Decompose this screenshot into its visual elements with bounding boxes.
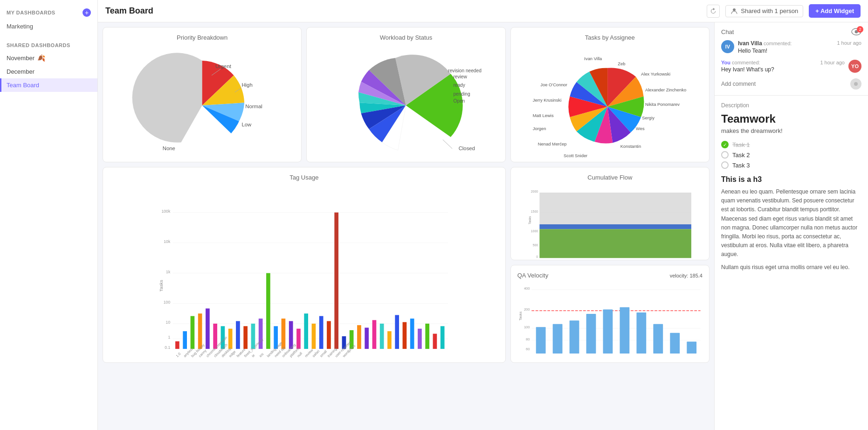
description-para1: Aenean eu leo quam. Pellentesque ornare … [721, 187, 861, 259]
svg-text:60: 60 [526, 347, 530, 351]
my-dashboards-label: MY DASHBOARDS [7, 10, 55, 15]
svg-text:2000: 2000 [531, 190, 538, 193]
sidebar-item-december[interactable]: December [0, 65, 97, 78]
svg-rect-95 [586, 314, 596, 354]
qa-velocity-value: velocity: 185.4 [670, 273, 703, 278]
task2-check[interactable] [721, 151, 729, 159]
refresh-button[interactable] [707, 5, 720, 18]
pending-label: pending [454, 91, 470, 97]
ivan-meta: Ivan Villa commented: 1 hour ago [738, 40, 861, 47]
svg-rect-98 [636, 312, 646, 354]
add-widget-label: + Add Widget [815, 7, 854, 14]
description-h3: This is a h3 [721, 175, 861, 184]
right-panel: Chat 2 IV Ivan Villa commented: [714, 22, 868, 430]
alex-label: Alex Yurkowski [641, 71, 670, 76]
svg-point-0 [733, 8, 736, 11]
chat-title: Chat [721, 28, 734, 35]
svg-text:200: 200 [524, 307, 530, 312]
chat-input[interactable] [721, 81, 847, 87]
svg-text:500: 500 [532, 243, 538, 247]
bar-2 [183, 331, 187, 349]
urgent-label: Urgent [215, 63, 232, 69]
workload-title: Workload by Status [313, 34, 498, 41]
page-title: Team Board [105, 6, 701, 16]
sidebar-item-marketing[interactable]: Marketing [0, 20, 97, 33]
svg-rect-20 [357, 325, 361, 349]
description-para2: Nullam quis risus eget urna mollis ornar… [721, 263, 861, 272]
add-widget-button[interactable]: + Add Widget [809, 4, 861, 18]
bar-19 [312, 324, 316, 349]
task1-check[interactable]: ✓ [721, 141, 729, 148]
svg-text:0.1: 0.1 [165, 345, 170, 350]
svg-text:10: 10 [166, 320, 171, 325]
bar-5 [206, 308, 210, 349]
sidebar-item-team-board[interactable]: Team Board [0, 78, 97, 92]
description-label: Description [721, 102, 861, 109]
task-item-2: Task 2 [721, 151, 861, 159]
svg-rect-96 [603, 309, 613, 354]
svg-rect-21 [365, 328, 369, 349]
svg-text:3. Jan: 3. Jan [652, 260, 660, 260]
assignee-title: Tasks by Assignee [517, 34, 703, 41]
ivan-name: Ivan Villa [738, 40, 762, 47]
priority-breakdown-widget: Priority Breakdown Urgent High Normal [103, 27, 302, 162]
normal-label: Normal [245, 104, 262, 109]
content-area: Priority Breakdown Urgent High Normal [98, 22, 868, 430]
joe-label: Joe O'Connor [540, 82, 567, 87]
you-action: commented: [732, 60, 760, 65]
tag-title: Tag Usage [110, 174, 499, 181]
review-label: review [454, 74, 468, 79]
svg-text:small: small [319, 349, 328, 358]
none-label: None [163, 146, 175, 151]
add-dashboard-button[interactable]: + [83, 8, 91, 17]
bar-9 [236, 321, 240, 349]
ivan-action: commented: [764, 41, 792, 46]
chat-input-row [721, 78, 861, 90]
send-button[interactable] [850, 78, 861, 90]
chat-section: Chat 2 IV Ivan Villa commented: [715, 22, 868, 96]
shared-button[interactable]: Shared with 1 person [725, 5, 803, 17]
svg-text:26.: 26. [581, 260, 586, 260]
svg-rect-93 [552, 324, 562, 354]
ivan-time: 1 hour ago [837, 40, 861, 47]
wes-label: Wes [636, 126, 645, 131]
jorgen-label: Jorgen [532, 126, 546, 131]
ivan-label: Ivan Villa [584, 56, 602, 61]
svg-rect-29 [425, 324, 429, 349]
konstantin-label: Konstantin [620, 144, 641, 149]
you-text: Hey Ivan! What's up? [721, 66, 845, 73]
svg-text:7. Jan: 7. Jan [677, 260, 686, 260]
you-meta: You commented: 1 hour ago [721, 60, 845, 65]
sidebar-item-november[interactable]: November 🍂 [0, 51, 97, 65]
scott-label: Scott Snider [564, 153, 587, 158]
priority-chart: Urgent High Normal Low None [110, 45, 295, 162]
svg-rect-101 [687, 342, 696, 354]
you-avatar: YO [848, 60, 861, 73]
eye-badge[interactable]: 2 [851, 28, 861, 35]
tag-usage-widget: Tag Usage 100k 10k 1k 100 10 1 0.1 Tasks [103, 167, 506, 363]
svg-rect-100 [670, 333, 680, 354]
svg-rect-25 [395, 315, 399, 349]
bar-20 [319, 316, 324, 349]
user-icon [730, 7, 738, 15]
jerry-label: Jerry Krusinski [532, 97, 561, 103]
workload-chart: revision needed review ready pending Ope… [313, 45, 498, 162]
svg-point-104 [854, 82, 858, 86]
task2-label: Task 2 [732, 152, 750, 159]
qa-chart: 400 200 100 80 60 Tasks [517, 281, 703, 360]
sidebar-team-board-label: Team Board [7, 82, 39, 89]
send-icon [854, 82, 858, 86]
sidebar-november-label: November [7, 55, 34, 62]
svg-rect-24 [387, 331, 392, 349]
you-message: You commented: 1 hour ago Hey Ivan! What… [721, 60, 861, 73]
qa-title: QA Velocity [517, 272, 548, 279]
task-item-3: Task 3 [721, 161, 861, 169]
shared-dashboards-header: SHARED DASHBOARDS [0, 40, 97, 51]
dashboard-grid: Priority Breakdown Urgent High Normal [98, 22, 714, 430]
svg-text:Tasks: Tasks [518, 312, 523, 321]
alexander-label: Alexander Zinchenko [645, 87, 686, 92]
task3-check[interactable] [721, 161, 729, 169]
svg-text:1.0: 1.0 [175, 352, 181, 358]
svg-text:5. Jan: 5. Jan [665, 260, 673, 260]
svg-rect-30 [433, 334, 437, 349]
